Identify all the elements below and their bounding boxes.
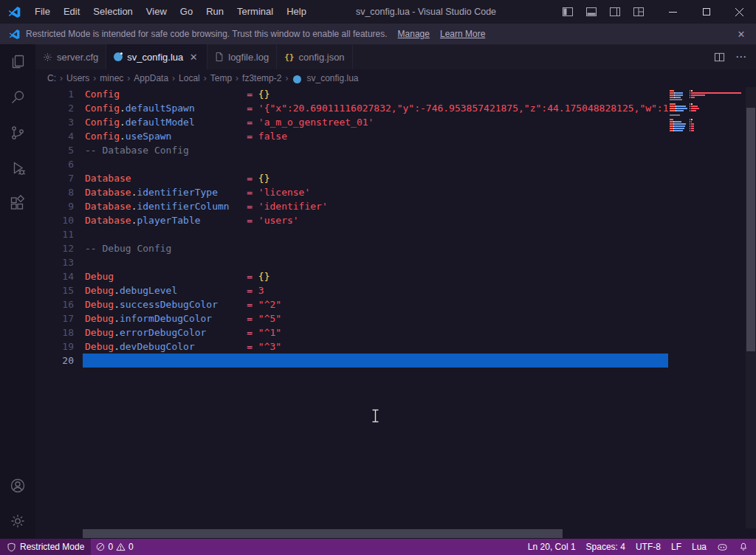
line-content[interactable]: Database.identifierColumn = 'identifier' bbox=[83, 199, 668, 213]
code-line-17[interactable]: 17Debug.informDebugColor = "^5" bbox=[35, 311, 668, 325]
line-number[interactable]: 4 bbox=[35, 129, 83, 143]
status-ln-20-col-1[interactable]: Ln 20, Col 1 bbox=[523, 539, 581, 555]
learn-more-link[interactable]: Learn More bbox=[440, 29, 485, 39]
code-line-15[interactable]: 15Debug.debugLevel = 3 bbox=[35, 283, 668, 297]
line-content[interactable]: Debug.devDebugColor = "^3" bbox=[83, 339, 668, 354]
code-line-14[interactable]: 14Debug = {} bbox=[35, 269, 668, 283]
code-line-19[interactable]: 19Debug.devDebugColor = "^3" bbox=[35, 339, 668, 354]
vertical-scrollbar[interactable] bbox=[746, 87, 756, 528]
menu-edit[interactable]: Edit bbox=[57, 0, 86, 24]
code-line-5[interactable]: 5-- Database Config bbox=[35, 143, 668, 157]
banner-close-icon[interactable]: ✕ bbox=[734, 29, 749, 40]
line-number[interactable]: 2 bbox=[35, 101, 83, 115]
accounts-icon[interactable] bbox=[0, 468, 35, 503]
code-line-13[interactable]: 13 bbox=[35, 255, 668, 269]
line-number[interactable]: 14 bbox=[35, 269, 83, 283]
editor[interactable]: 1Config = {}2Config.defaultSpawn = '{"x"… bbox=[35, 87, 756, 539]
line-number[interactable]: 13 bbox=[35, 255, 83, 269]
code-line-11[interactable]: 11 bbox=[35, 227, 668, 241]
line-content[interactable]: -- Database Config bbox=[83, 143, 668, 157]
menu-selection[interactable]: Selection bbox=[86, 0, 139, 24]
line-content[interactable]: Debug.debugLevel = 3 bbox=[83, 283, 668, 297]
line-number[interactable]: 16 bbox=[35, 297, 83, 311]
code-line-8[interactable]: 8Database.identifierType = 'license' bbox=[35, 185, 668, 199]
vertical-scrollbar-thumb[interactable] bbox=[746, 108, 755, 351]
code-line-10[interactable]: 10Database.playerTable = 'users' bbox=[35, 213, 668, 227]
breadcrumb-item[interactable]: Temp bbox=[210, 73, 232, 83]
line-number[interactable]: 19 bbox=[35, 339, 83, 354]
maximize-button[interactable] bbox=[690, 0, 723, 24]
line-content[interactable] bbox=[83, 255, 668, 269]
tab-close-icon[interactable]: ✕ bbox=[188, 52, 199, 63]
customize-layout-icon[interactable] bbox=[633, 6, 645, 18]
line-number[interactable]: 18 bbox=[35, 325, 83, 339]
line-content[interactable]: Debug.errorDebugColor = "^1" bbox=[83, 325, 668, 339]
tab-logfile.log[interactable]: logfile.log bbox=[207, 44, 277, 69]
breadcrumb-item[interactable]: Users bbox=[66, 73, 89, 83]
code-line-18[interactable]: 18Debug.errorDebugColor = "^1" bbox=[35, 325, 668, 339]
line-content[interactable]: Config.defaultSpawn = '{"x":20.690111160… bbox=[83, 101, 668, 115]
line-content[interactable] bbox=[83, 354, 668, 368]
minimap[interactable] bbox=[668, 87, 746, 528]
line-content[interactable]: Debug = {} bbox=[83, 269, 668, 283]
line-content[interactable] bbox=[83, 227, 668, 241]
code-line-6[interactable]: 6 bbox=[35, 157, 668, 171]
line-number[interactable]: 11 bbox=[35, 227, 83, 241]
line-number[interactable]: 3 bbox=[35, 115, 83, 129]
menu-view[interactable]: View bbox=[140, 0, 173, 24]
toggle-primary-sidebar-icon[interactable] bbox=[562, 6, 574, 18]
line-number[interactable]: 6 bbox=[35, 157, 83, 171]
code-line-3[interactable]: 3Config.defaultModel = 'a_m_o_genstreet_… bbox=[35, 115, 668, 129]
line-number[interactable]: 10 bbox=[35, 213, 83, 227]
line-content[interactable]: Config.defaultModel = 'a_m_o_genstreet_0… bbox=[83, 115, 668, 129]
tab-server.cfg[interactable]: server.cfg bbox=[35, 44, 106, 69]
menu-terminal[interactable]: Terminal bbox=[230, 0, 280, 24]
notifications-bell-icon[interactable] bbox=[733, 539, 756, 555]
search-icon[interactable] bbox=[0, 80, 35, 115]
manage-link[interactable]: Manage bbox=[398, 29, 430, 39]
code-line-2[interactable]: 2Config.defaultSpawn = '{"x":20.69011116… bbox=[35, 101, 668, 115]
code-line-16[interactable]: 16Debug.successDebugColor = "^2" bbox=[35, 297, 668, 311]
extensions-icon[interactable] bbox=[0, 186, 35, 221]
copilot-icon[interactable] bbox=[712, 539, 733, 555]
restricted-mode-status[interactable]: Restricted Mode bbox=[0, 539, 91, 555]
breadcrumb-item[interactable]: AppData bbox=[134, 73, 168, 83]
code-line-20[interactable]: 20 bbox=[35, 354, 668, 368]
code-area[interactable]: 1Config = {}2Config.defaultSpawn = '{"x"… bbox=[35, 87, 668, 528]
code-line-1[interactable]: 1Config = {} bbox=[35, 87, 668, 101]
line-content[interactable]: Debug.successDebugColor = "^2" bbox=[83, 297, 668, 311]
line-content[interactable]: Database.identifierType = 'license' bbox=[83, 185, 668, 199]
line-number[interactable]: 8 bbox=[35, 185, 83, 199]
line-number[interactable]: 17 bbox=[35, 311, 83, 325]
code-line-12[interactable]: 12-- Debug Config bbox=[35, 241, 668, 255]
code-line-9[interactable]: 9Database.identifierColumn = 'identifier… bbox=[35, 199, 668, 213]
status-spaces-4[interactable]: Spaces: 4 bbox=[581, 539, 630, 555]
explorer-icon[interactable] bbox=[0, 44, 35, 80]
menu-go[interactable]: Go bbox=[173, 0, 199, 24]
line-number[interactable]: 9 bbox=[35, 199, 83, 213]
line-content[interactable] bbox=[83, 157, 668, 171]
line-content[interactable]: -- Debug Config bbox=[83, 241, 668, 255]
code-line-4[interactable]: 4Config.useSpawn = false bbox=[35, 129, 668, 143]
line-content[interactable]: Debug.informDebugColor = "^5" bbox=[83, 311, 668, 325]
status-utf-8[interactable]: UTF-8 bbox=[630, 539, 666, 555]
tab-config.json[interactable]: {}config.json bbox=[277, 44, 352, 69]
line-content[interactable]: Config = {} bbox=[83, 87, 668, 101]
minimize-button[interactable] bbox=[656, 0, 690, 24]
split-editor-icon[interactable] bbox=[714, 52, 725, 63]
line-number[interactable]: 1 bbox=[35, 87, 83, 101]
run-debug-icon[interactable] bbox=[0, 151, 35, 186]
menu-file[interactable]: File bbox=[28, 0, 57, 24]
breadcrumb-item[interactable]: C: bbox=[47, 73, 56, 83]
line-content[interactable]: Database.playerTable = 'users' bbox=[83, 213, 668, 227]
tab-sv_config.lua[interactable]: sv_config.lua✕ bbox=[106, 44, 207, 69]
status-lua[interactable]: Lua bbox=[687, 539, 712, 555]
breadcrumb-item[interactable]: minec bbox=[100, 73, 123, 83]
code-line-7[interactable]: 7Database = {} bbox=[35, 171, 668, 185]
line-content[interactable]: Database = {} bbox=[83, 171, 668, 185]
line-number[interactable]: 7 bbox=[35, 171, 83, 185]
toggle-panel-icon[interactable] bbox=[585, 6, 597, 18]
line-number[interactable]: 5 bbox=[35, 143, 83, 157]
line-number[interactable]: 12 bbox=[35, 241, 83, 255]
breadcrumb-item[interactable]: Local bbox=[179, 73, 200, 83]
